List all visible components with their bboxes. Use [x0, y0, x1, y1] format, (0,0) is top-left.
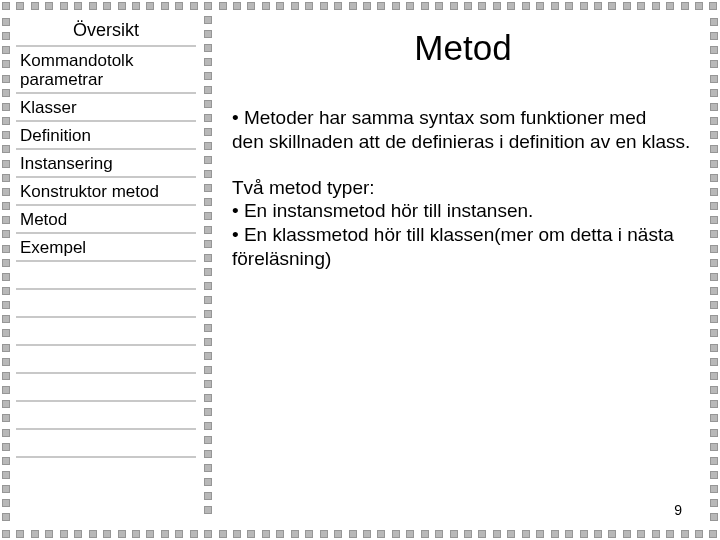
sidebar-item-empty	[16, 318, 196, 346]
slide-content: Översikt Kommandotolk parametrar Klasser…	[16, 16, 704, 524]
border-left	[2, 16, 10, 524]
sidebar-item-empty	[16, 402, 196, 430]
sidebar-item-exempel[interactable]: Exempel	[16, 234, 196, 262]
main-slide-area: Metod • Metoder har samma syntax som fun…	[214, 16, 704, 524]
sidebar-item-metod[interactable]: Metod	[16, 206, 196, 234]
sidebar-item-instansering[interactable]: Instansering	[16, 150, 196, 178]
border-bottom	[0, 530, 720, 538]
sidebar-item-empty	[16, 290, 196, 318]
slide-bullet-2: Två metod typer: • En instansmetod hör t…	[232, 176, 694, 271]
sidebar-item-empty	[16, 430, 196, 458]
slide-title: Metod	[232, 28, 694, 68]
sidebar: Översikt Kommandotolk parametrar Klasser…	[16, 16, 202, 524]
sidebar-item-klasser[interactable]: Klasser	[16, 94, 196, 122]
border-right	[710, 16, 718, 524]
sidebar-item-empty	[16, 262, 196, 290]
sidebar-item-kommandotolk[interactable]: Kommandotolk parametrar	[16, 47, 196, 94]
slide-bullet-1: • Metoder har samma syntax som funktione…	[232, 106, 694, 154]
sidebar-item-konstruktor[interactable]: Konstruktor metod	[16, 178, 196, 206]
border-top	[0, 2, 720, 10]
sidebar-item-definition[interactable]: Definition	[16, 122, 196, 150]
sidebar-item-empty	[16, 374, 196, 402]
page-number: 9	[674, 502, 682, 518]
sidebar-item-empty	[16, 346, 196, 374]
vertical-divider	[202, 16, 214, 524]
sidebar-title: Översikt	[16, 16, 196, 47]
